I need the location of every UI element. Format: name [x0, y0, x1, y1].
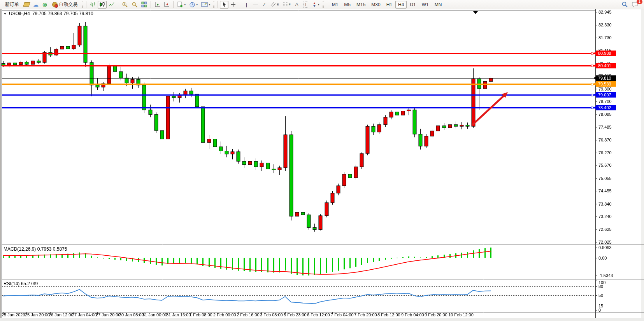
crosshair-icon	[230, 2, 236, 7]
timeframe-mn[interactable]: MN	[432, 1, 445, 9]
cloud-icon: ☁	[33, 2, 39, 7]
timeframe-m30[interactable]: M30	[369, 1, 383, 9]
chevron-down-icon: ▾	[196, 3, 198, 6]
zoom-out-button[interactable]	[130, 1, 139, 9]
charts-window-button[interactable]	[22, 1, 31, 9]
chevron-down-icon: ▾	[184, 3, 186, 6]
gold-ticket-icon	[23, 2, 30, 7]
macd-indicator-label: MACD(12,26,9) 0.7953 0.5875	[4, 246, 67, 252]
symbol-dropdown-icon[interactable]: ▼	[4, 12, 7, 16]
new-order-button[interactable]: 新订单	[2, 1, 22, 9]
auto-scroll-icon	[154, 2, 160, 7]
chart-title: ▼ USOil-,H4 79.705 79.863 79.705 79.810	[4, 11, 93, 16]
auto-scroll-button[interactable]	[153, 1, 162, 9]
zoom-out-icon	[132, 2, 138, 8]
fibonacci-tool-button[interactable]: F	[281, 1, 292, 9]
add-indicator-icon	[177, 2, 183, 8]
autotrading-button[interactable]: 自动交易	[49, 1, 80, 9]
timeframe-m15[interactable]: M15	[354, 1, 368, 9]
crosshair-tool-button[interactable]	[229, 1, 238, 9]
horizontal-line-icon: —	[253, 2, 258, 7]
templates-button[interactable]: ▾	[200, 1, 212, 9]
chart-shift-button[interactable]	[162, 1, 171, 9]
toolbar-drag-handle[interactable]	[323, 2, 324, 8]
timeframe-h1[interactable]: H1	[384, 1, 395, 9]
channel-tool-button[interactable]: E	[269, 1, 280, 9]
chat-button[interactable]: 1	[630, 1, 640, 9]
zoom-in-icon	[122, 2, 128, 8]
text-icon: A	[295, 2, 298, 7]
timeframe-m1[interactable]: M1	[329, 1, 341, 9]
candlestick-chart-icon	[99, 2, 105, 7]
text-tool-button[interactable]: A	[293, 1, 301, 9]
label-tool-button[interactable]: T	[302, 1, 310, 9]
vertical-line-icon: |	[246, 2, 247, 7]
trendline-icon: ∕	[264, 2, 265, 7]
signal-icon: ◎	[42, 2, 47, 7]
cursor-tool-button[interactable]	[220, 1, 228, 9]
search-icon	[621, 1, 628, 8]
cursor-icon	[222, 2, 227, 7]
status-bar	[0, 318, 644, 321]
search-button[interactable]	[620, 1, 630, 9]
horizontal-line-tool-button[interactable]: —	[251, 1, 260, 9]
chevron-down-icon: ▾	[318, 3, 319, 6]
equidistant-channel-icon	[270, 2, 277, 7]
periods-button[interactable]: ▾	[188, 1, 199, 9]
bar-chart-button[interactable]	[88, 1, 97, 9]
arrows-icon	[312, 2, 317, 7]
autotrading-icon	[52, 2, 58, 7]
template-icon	[201, 2, 208, 7]
timeframe-h4[interactable]: H4	[395, 1, 407, 9]
timeframe-w1[interactable]: W1	[419, 1, 432, 9]
bar-chart-icon	[90, 2, 96, 7]
toolbar-drag-handle[interactable]	[82, 2, 83, 8]
trendline-tool-button[interactable]: ∕	[260, 1, 268, 9]
tile-windows-icon	[141, 2, 147, 7]
label-icon: T	[303, 2, 308, 8]
market-watch-button[interactable]: ☁	[32, 1, 40, 9]
indicators-button[interactable]: ▾	[175, 1, 187, 9]
line-chart-icon	[109, 2, 114, 7]
community-button[interactable]: ◎	[40, 1, 49, 9]
ohlc-readout: 79.705 79.863 79.705 79.810	[32, 11, 93, 16]
timeframe-m5[interactable]: M5	[341, 1, 353, 9]
tile-windows-button[interactable]	[140, 1, 149, 9]
zoom-in-button[interactable]	[120, 1, 130, 9]
candlestick-chart-button[interactable]	[98, 1, 107, 9]
timeframe-d1[interactable]: D1	[407, 1, 418, 9]
clock-icon	[189, 2, 195, 8]
toolbar-drag-handle[interactable]	[213, 2, 214, 8]
arrows-tool-button[interactable]: ▾	[311, 1, 321, 9]
price-chart-canvas[interactable]	[0, 0, 644, 321]
chevron-down-icon: ▾	[209, 3, 210, 6]
rsi-indicator-label: RSI(14) 65.2739	[4, 281, 38, 286]
fibonacci-icon	[283, 2, 289, 7]
symbol-period-label: USOil-,H4	[9, 11, 30, 16]
chat-badge: 1	[637, 0, 642, 4]
chart-shift-icon	[164, 2, 170, 7]
vertical-line-tool-button[interactable]: |	[242, 1, 251, 9]
line-chart-button[interactable]	[107, 1, 116, 9]
toolbar: 新订单 ☁ ◎ 自动交易	[0, 0, 644, 9]
mt4-terminal: 新订单 ☁ ◎ 自动交易	[0, 0, 644, 321]
